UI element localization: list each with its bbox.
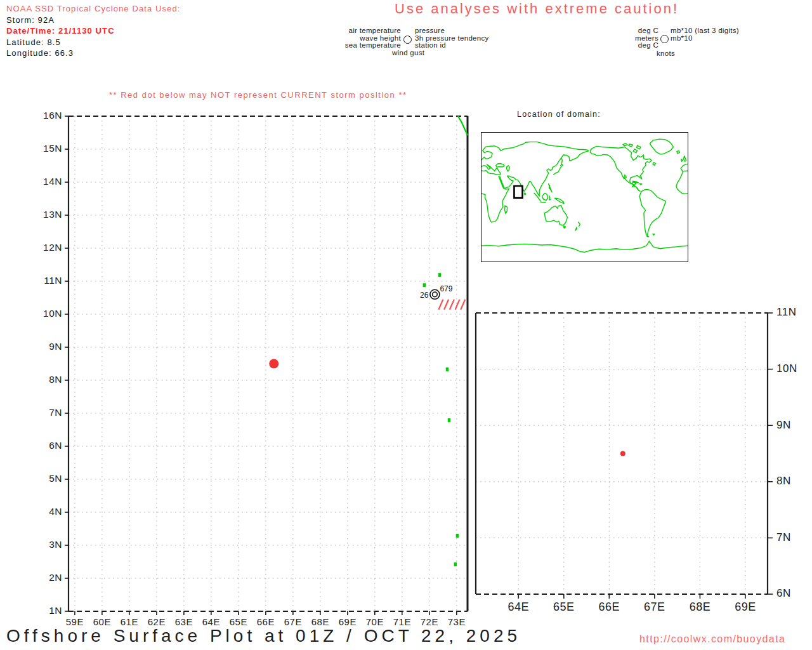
y-tick-label: 11N (34, 275, 62, 286)
y-tick-label: 8N (34, 374, 62, 385)
units-wave: meters (609, 34, 658, 42)
storm-datetime: Date/Time: 21/1130 UTC (6, 25, 180, 37)
hatch-slash (444, 300, 449, 310)
main-surface-plot: 59E60E61E62E63E64E65E66E67E68E69E70E71E7… (69, 116, 468, 611)
island-speck (448, 418, 451, 422)
island-speck (454, 562, 457, 566)
storm-id: Storm: 92A (6, 15, 180, 26)
legend-pressure: pressure (415, 27, 445, 34)
storm-longitude: Longitude: 66.3 (6, 48, 180, 59)
y-tick-label: 15N (34, 143, 62, 154)
station-inner-circle (433, 292, 438, 297)
storm-info-block: NOAA SSD Tropical Cyclone Data Used: Sto… (6, 3, 180, 59)
caution-headline: Use analyses with extreme caution! (395, 1, 679, 17)
y-tick-label: 5N (34, 473, 62, 484)
x-tick-label: 64E (508, 600, 529, 614)
y-tick-label: 13N (34, 209, 62, 220)
y-tick-label: 9N (776, 419, 791, 432)
storm-zoom-plot: 64E65E66E67E68E69E6N7N8N9N10N11N (476, 313, 768, 594)
hatch-slash (461, 300, 465, 310)
x-tick-label: 69E (735, 600, 756, 614)
y-tick-label: 7N (34, 407, 62, 418)
coastlines (481, 139, 688, 252)
x-tick-label: 67E (644, 600, 665, 614)
legend-wave-height: wave height (330, 34, 401, 42)
y-tick-label: 10N (776, 362, 797, 375)
y-tick-label: 12N (34, 242, 62, 253)
storm-position-dot (620, 451, 625, 456)
x-tick-label: 68E (690, 600, 711, 614)
source-url-link[interactable]: http://coolwx.com/buoydata (639, 633, 785, 645)
y-tick-label: 7N (776, 531, 791, 544)
y-tick-label: 3N (34, 539, 62, 550)
page-title: Offshore Surface Plot at 01Z / OCT 22, 2… (6, 626, 521, 646)
domain-box (514, 186, 522, 198)
y-tick-label: 16N (34, 110, 62, 121)
x-tick-label: 66E (599, 600, 620, 614)
island-speck (438, 273, 442, 277)
hatch-slash (455, 300, 460, 310)
x-tick-label: 65E (553, 600, 575, 614)
legend-sea-temperature: sea temperature (330, 41, 401, 49)
storm-info-title: NOAA SSD Tropical Cyclone Data Used: (6, 3, 180, 15)
y-tick-label: 11N (776, 306, 796, 319)
y-tick-label: 14N (34, 176, 62, 187)
station-pressure-value: 679 (440, 284, 452, 293)
world-map-svg (481, 133, 688, 262)
storm-position-dot (269, 359, 278, 369)
station-circle-icon (403, 36, 412, 44)
storm-latitude: Latitude: 8.5 (6, 37, 180, 48)
units-pressure: mb*10 (last 3 digits) (671, 27, 739, 34)
station-outer-circle (430, 289, 440, 299)
hatch-slash (438, 300, 443, 310)
legend-pressure-tendency: 3h pressure tendency (415, 34, 489, 42)
storm-zoom-plot-svg (476, 313, 768, 594)
units-wind-gust: knots (657, 50, 675, 57)
y-tick-label: 2N (34, 572, 62, 583)
storm-position-warning: ** Red dot below may NOT represent CURRE… (109, 90, 407, 100)
legend-station-id: station id (415, 41, 446, 49)
y-tick-label: 1N (34, 605, 62, 616)
station-sea-temp-value: 26 (410, 291, 428, 300)
y-tick-label: 4N (34, 506, 62, 517)
y-tick-label: 10N (34, 308, 62, 319)
legend-wind-gust: wind gust (392, 49, 424, 56)
world-map (481, 132, 688, 262)
inset-title: Location of domain: (517, 110, 601, 119)
y-tick-label: 8N (776, 475, 791, 488)
legend-air-temperature: air temperature (330, 27, 401, 34)
main-surface-plot-svg (69, 116, 468, 611)
y-tick-label: 9N (34, 341, 62, 352)
hatch-slash (450, 300, 454, 310)
island-speck (456, 534, 459, 538)
island-speck (423, 283, 426, 287)
island-speck (446, 368, 449, 371)
domain-box-layer (514, 186, 522, 198)
units-tendency: mb*10 (671, 34, 693, 42)
units-circle-icon (660, 35, 669, 43)
coastline-fragment (458, 116, 468, 135)
y-tick-label: 6N (776, 587, 791, 600)
units-air-temp: deg C (609, 27, 658, 34)
y-tick-label: 6N (34, 440, 62, 451)
units-sea-temp: deg C (609, 41, 658, 49)
